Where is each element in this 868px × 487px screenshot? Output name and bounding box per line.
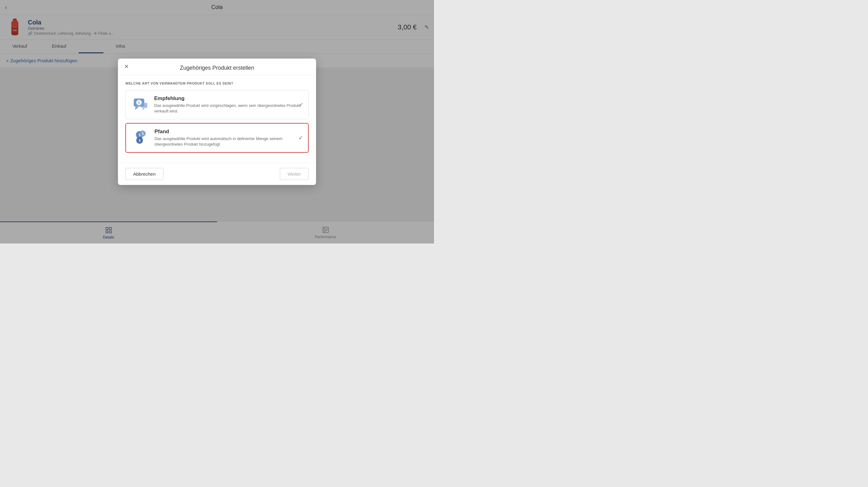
dialog-close-button[interactable]: ✕	[124, 64, 129, 69]
option-empfehlung[interactable]: i Empfehlung Das ausgewählte Produkt wir…	[125, 90, 309, 119]
pfand-text: Pfand Das ausgewählte Produkt wird autom…	[154, 128, 302, 147]
svg-text:i: i	[138, 101, 140, 105]
modal-overlay: ✕ Zugehöriges Produkt erstellen WELCHE A…	[0, 0, 434, 244]
dialog-header: ✕ Zugehöriges Produkt erstellen	[118, 59, 316, 75]
dialog-subtitle: WELCHE ART VON VERWANDTEM PRODUKT SOLL E…	[125, 82, 309, 85]
pfand-title: Pfand	[154, 128, 302, 135]
svg-marker-10	[143, 108, 145, 110]
dialog-footer: Abbrechen Weiter	[118, 163, 316, 185]
svg-text:$: $	[139, 139, 141, 142]
pfand-check-icon: ✓	[299, 135, 303, 141]
next-button[interactable]: Weiter	[280, 168, 309, 180]
dialog-body: WELCHE ART VON VERWANDTEM PRODUKT SOLL E…	[118, 75, 316, 163]
svg-rect-9	[141, 103, 147, 108]
dialog-title: Zugehöriges Produkt erstellen	[180, 65, 254, 71]
empfehlung-text: Empfehlung Das ausgewählte Produkt wird …	[154, 95, 302, 114]
pfand-description: Das ausgewählte Produkt wird automatisch…	[154, 136, 302, 147]
empfehlung-icon: i	[132, 95, 149, 113]
empfehlung-description: Das ausgewählte Produkt wird vorgeschlag…	[154, 103, 302, 114]
empfehlung-title: Empfehlung	[154, 95, 302, 102]
dialog: ✕ Zugehöriges Produkt erstellen WELCHE A…	[118, 59, 316, 185]
cancel-button[interactable]: Abbrechen	[125, 168, 163, 180]
option-pfand[interactable]: $ $ $ Pfand Das ausgewählte Produkt wird…	[125, 123, 309, 153]
empfehlung-check-icon: ✓	[299, 101, 303, 108]
svg-text:$: $	[142, 132, 144, 135]
svg-marker-6	[135, 107, 139, 110]
pfand-icon: $ $ $	[132, 128, 150, 146]
